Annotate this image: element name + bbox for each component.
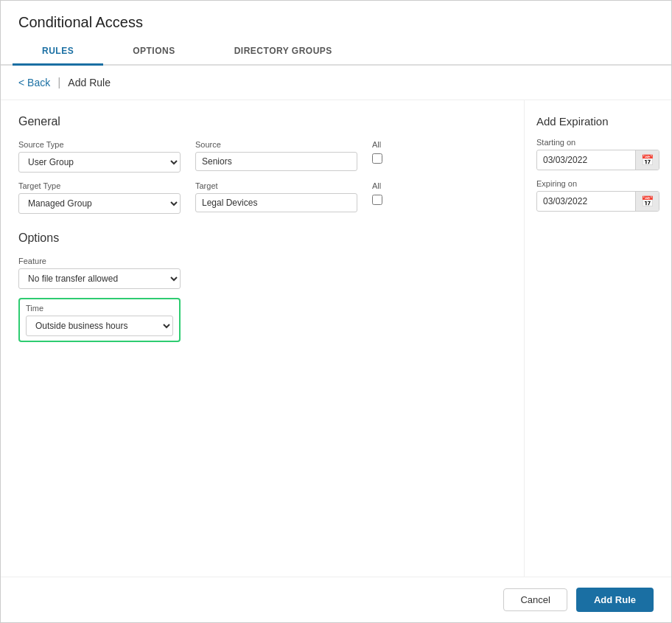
- options-section-title: Options: [18, 232, 506, 245]
- feature-label: Feature: [18, 257, 181, 265]
- tabs-bar: RULES OPTIONS DIRECTORY GROUPS: [1, 38, 671, 66]
- footer: Cancel Add Rule: [1, 577, 671, 622]
- expiring-on-label: Expiring on: [536, 179, 659, 188]
- source-all-group: All: [372, 140, 431, 164]
- add-rule-button[interactable]: Add Rule: [576, 588, 654, 612]
- feature-group: Feature No file transfer allowed Read on…: [18, 257, 181, 289]
- breadcrumb: < Back | Add Rule: [1, 66, 671, 100]
- options-grid: Feature No file transfer allowed Read on…: [18, 257, 181, 342]
- main-content: General Source Type User Group Managed G…: [1, 100, 671, 577]
- tab-options[interactable]: OPTIONS: [103, 38, 205, 66]
- expiring-on-field: Expiring on 📅: [536, 179, 659, 212]
- tab-directory-groups[interactable]: DIRECTORY GROUPS: [205, 38, 362, 66]
- target-label: Target: [195, 181, 357, 190]
- target-type-select[interactable]: Managed Group User Group All Devices: [18, 193, 181, 214]
- left-panel: General Source Type User Group Managed G…: [1, 100, 524, 577]
- source-group: Source: [195, 140, 357, 171]
- right-panel: Add Expiration Starting on 📅 Expiring on…: [524, 100, 671, 577]
- breadcrumb-separator: |: [57, 76, 60, 89]
- target-type-group: Target Type Managed Group User Group All…: [18, 181, 181, 214]
- general-section-title: General: [18, 115, 506, 128]
- source-type-label: Source Type: [18, 140, 181, 149]
- time-label: Time: [26, 304, 173, 313]
- starting-on-calendar-button[interactable]: 📅: [635, 150, 659, 170]
- expiring-on-input-row: 📅: [536, 191, 659, 212]
- starting-on-input-row: 📅: [536, 150, 659, 170]
- target-all-label: All: [372, 181, 431, 190]
- back-link[interactable]: < Back: [18, 77, 50, 88]
- source-type-group: Source Type User Group Managed Group All…: [18, 140, 181, 173]
- target-group: Target: [195, 181, 357, 212]
- time-group: Time Outside business hours Business hou…: [18, 298, 181, 342]
- starting-on-input[interactable]: [537, 151, 635, 169]
- main-window: Conditional Access RULES OPTIONS DIRECTO…: [0, 0, 672, 623]
- options-section: Options Feature No file transfer allowed…: [18, 232, 506, 342]
- source-input[interactable]: [195, 152, 357, 171]
- breadcrumb-current: Add Rule: [68, 77, 111, 88]
- target-all-group: All: [372, 181, 431, 205]
- expiring-on-input[interactable]: [537, 192, 635, 210]
- source-all-checkbox[interactable]: [372, 153, 382, 164]
- time-select[interactable]: Outside business hours Business hours Al…: [26, 316, 173, 336]
- source-type-select[interactable]: User Group Managed Group All Users: [18, 152, 181, 173]
- source-all-label: All: [372, 140, 431, 149]
- target-type-label: Target Type: [18, 181, 181, 190]
- expiration-title: Add Expiration: [536, 115, 659, 128]
- starting-on-field: Starting on 📅: [536, 138, 659, 170]
- feature-select[interactable]: No file transfer allowed Read only Block…: [18, 268, 181, 289]
- target-all-checkbox[interactable]: [372, 195, 382, 205]
- starting-on-label: Starting on: [536, 138, 659, 147]
- expiring-on-calendar-button[interactable]: 📅: [635, 192, 659, 211]
- general-form-grid: Source Type User Group Managed Group All…: [18, 140, 506, 214]
- tab-rules[interactable]: RULES: [13, 38, 103, 66]
- target-input[interactable]: [195, 193, 357, 212]
- source-label: Source: [195, 140, 357, 149]
- cancel-button[interactable]: Cancel: [503, 588, 567, 611]
- window-title: Conditional Access: [1, 1, 671, 38]
